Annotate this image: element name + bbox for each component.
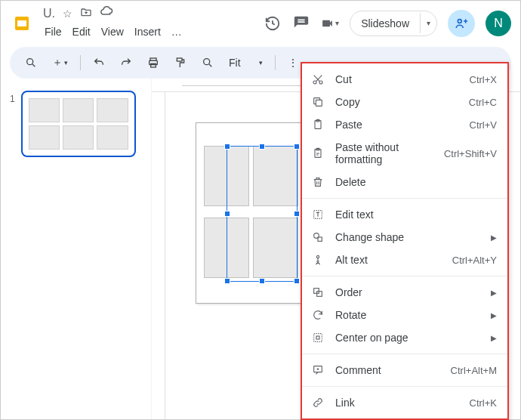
context-menu-paste-without-formatting[interactable]: Paste without formattingCtrl+Shift+V (302, 136, 507, 171)
context-menu-paste[interactable]: PasteCtrl+V (302, 113, 507, 136)
context-menu-separator (302, 386, 507, 387)
center-icon (311, 332, 325, 344)
menu-file[interactable]: File (40, 23, 66, 41)
context-menu-label: Change shape (335, 231, 474, 243)
svg-rect-20 (314, 289, 319, 294)
svg-rect-7 (177, 58, 182, 61)
context-menu-shortcut: Ctrl+Alt+Y (452, 255, 497, 266)
rotate-icon (311, 309, 325, 321)
context-menu-label: Edit text (335, 208, 497, 221)
change-shape-icon (311, 231, 325, 243)
cloud-status-icon[interactable] (100, 5, 113, 21)
title-row: U. ☆ (39, 5, 259, 21)
slide[interactable] (196, 122, 316, 304)
svg-point-3 (27, 59, 33, 65)
menu-edit[interactable]: Edit (68, 23, 95, 41)
copy-icon (311, 96, 325, 108)
app-header: U. ☆ File Edit View Insert … ▾ (1, 1, 520, 41)
svg-point-2 (458, 19, 461, 23)
slideshow-main[interactable]: Slideshow (350, 11, 420, 36)
context-menu-cut[interactable]: CutCtrl+X (302, 68, 507, 91)
menu-more[interactable]: … (167, 23, 187, 41)
new-slide-button[interactable]: ＋ ▾ (46, 51, 74, 74)
print-button[interactable] (141, 52, 165, 73)
delete-icon (311, 176, 325, 188)
context-menu-separator (302, 276, 507, 276)
context-menu-rotate[interactable]: Rotate▶ (302, 304, 507, 326)
redo-button[interactable] (114, 52, 138, 73)
svg-point-19 (316, 255, 319, 258)
context-menu-label: Order (335, 286, 474, 298)
context-menu-order[interactable]: Order▶ (302, 281, 507, 304)
context-menu-shortcut: Ctrl+V (470, 119, 497, 131)
separator (275, 55, 276, 70)
alt-text-icon (311, 254, 325, 266)
context-menu-change-shape[interactable]: Change shape▶ (302, 226, 507, 249)
comment-icon (311, 364, 325, 376)
menu-bar: File Edit View Insert … (39, 23, 259, 41)
context-menu-shortcut: Ctrl+X (470, 74, 497, 85)
slide-thumbnail-row: 1 (10, 91, 142, 157)
meet-icon[interactable]: ▾ (321, 14, 339, 32)
context-menu-separator (302, 198, 507, 199)
vertical-ruler[interactable] (152, 92, 165, 420)
title-area: U. ☆ File Edit View Insert … (39, 5, 259, 41)
svg-rect-22 (314, 334, 322, 342)
fit-label: Fit (229, 57, 241, 69)
context-menu-label: Delete (335, 176, 497, 188)
move-icon[interactable] (80, 6, 92, 20)
context-menu-comment[interactable]: CommentCtrl+Alt+M (302, 359, 507, 381)
svg-rect-11 (316, 100, 322, 106)
search-icon[interactable] (19, 52, 43, 73)
context-menu-alt-text[interactable]: Alt textCtrl+Alt+Y (302, 249, 507, 271)
context-menu-edit-text[interactable]: Edit text (302, 203, 507, 226)
document-title[interactable]: U. (43, 7, 55, 20)
context-menu-copy[interactable]: CopyCtrl+C (302, 91, 507, 113)
slideshow-button: Slideshow ▾ (350, 11, 437, 36)
order-icon (311, 286, 325, 298)
context-menu-shortcut: Ctrl+C (469, 97, 497, 108)
selection-box[interactable] (227, 146, 297, 282)
app-logo[interactable] (10, 11, 34, 36)
paste-no-format-icon (311, 147, 325, 159)
context-menu-label: Comment (335, 364, 440, 376)
avatar[interactable]: N (486, 11, 511, 36)
menu-insert[interactable]: Insert (130, 23, 165, 41)
submenu-arrow-icon: ▶ (491, 289, 497, 297)
svg-rect-21 (317, 292, 322, 297)
context-menu-label: Rotate (335, 309, 474, 321)
submenu-arrow-icon: ▶ (491, 334, 497, 342)
filmstrip: 1 (1, 79, 152, 420)
svg-point-9 (313, 81, 316, 84)
separator (80, 55, 81, 70)
avatar-letter: N (494, 17, 503, 30)
share-button[interactable] (448, 10, 475, 37)
comment-header-icon[interactable] (292, 14, 310, 32)
menu-view[interactable]: View (97, 23, 128, 41)
submenu-arrow-icon: ▶ (491, 311, 497, 320)
context-menu-separator (302, 354, 507, 354)
star-icon[interactable]: ☆ (63, 8, 72, 20)
paint-format-button[interactable] (168, 52, 193, 73)
zoom-button[interactable] (196, 52, 220, 73)
context-menu-link[interactable]: LinkCtrl+K (302, 391, 507, 414)
slideshow-dropdown[interactable]: ▾ (420, 13, 436, 33)
context-menu-delete[interactable]: Delete (302, 171, 507, 193)
svg-point-10 (319, 81, 322, 84)
link-icon (311, 397, 325, 409)
slide-thumbnail[interactable] (21, 91, 136, 157)
history-icon[interactable] (264, 14, 282, 32)
context-menu-shortcut: Ctrl+Shift+V (444, 148, 497, 159)
right-header: ▾ Slideshow ▾ N (264, 10, 511, 37)
context-menu-label: Paste without formatting (335, 141, 433, 165)
svg-rect-1 (17, 20, 26, 26)
context-menu-label: Paste (335, 119, 459, 131)
svg-rect-18 (318, 237, 322, 241)
undo-button[interactable] (87, 52, 111, 73)
context-menu-label: Center on page (335, 332, 474, 344)
svg-point-8 (204, 59, 210, 65)
context-menu-center-on-page[interactable]: Center on page▶ (302, 326, 507, 349)
context-menu-label: Alt text (335, 254, 442, 266)
submenu-arrow-icon: ▶ (491, 233, 497, 242)
zoom-fit-dropdown[interactable]: Fit▾ (223, 54, 269, 72)
